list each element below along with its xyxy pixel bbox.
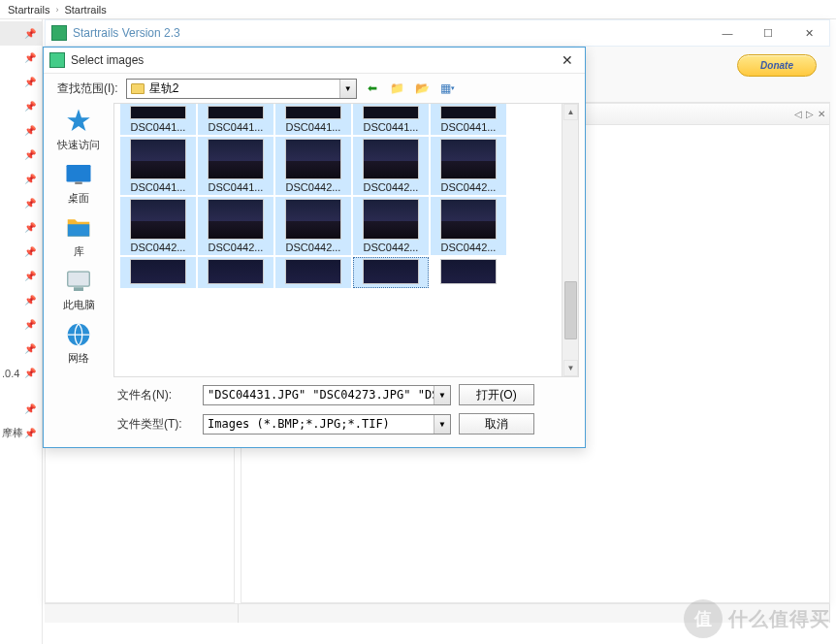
place-label: 桌面 [68,191,89,206]
chevron-down-icon[interactable]: ▼ [434,386,450,404]
panel-prev-icon[interactable]: ◁ [794,109,802,119]
pin-row[interactable]: 📌 [0,240,42,264]
close-button[interactable]: ✕ [788,20,829,47]
chevron-right-icon: › [55,5,58,15]
place-libraries[interactable]: 库 [62,213,95,259]
pin-row[interactable]: 📌 [0,215,42,240]
filetype-select[interactable]: Images (*.BMP;*.JPG;*.TIF) ▼ [203,414,451,435]
file-name: DSC0442... [131,242,186,253]
up-folder-icon[interactable]: 📁 [388,80,407,97]
file-thumb[interactable]: DSC0441... [431,104,506,135]
file-name: DSC0441... [209,181,264,193]
file-thumb[interactable]: DSC0441... [120,137,196,195]
place-label: 此电脑 [63,298,95,312]
pin-row[interactable]: 📌 [0,191,42,215]
pin-icon: 📌 [24,101,36,112]
svg-rect-1 [75,182,82,185]
file-thumb[interactable]: DSC0442... [275,197,351,255]
chevron-down-icon[interactable]: ▼ [434,415,450,434]
pin-row[interactable]: .0.4📌 [0,361,42,385]
panel-next-icon[interactable]: ▷ [806,109,814,119]
file-name: DSC0441... [131,121,186,133]
place-label: 库 [74,244,84,259]
scrollbar-thumb[interactable] [564,281,577,339]
file-thumb-focused[interactable] [353,257,429,288]
pin-row[interactable]: 📌 [0,167,42,191]
pin-icon: 📌 [24,28,36,39]
file-thumb[interactable]: DSC0442... [431,197,506,255]
file-thumb[interactable]: DSC0442... [275,137,351,195]
file-name: DSC0441... [131,181,186,193]
file-thumb[interactable]: DSC0441... [275,104,351,135]
image-thumb-icon [440,199,497,240]
file-thumb[interactable]: DSC0442... [120,197,196,255]
chevron-down-icon[interactable]: ▼ [339,80,356,98]
place-network[interactable]: 网络 [62,320,95,366]
dialog-app-icon [49,52,65,68]
pin-icon: 📌 [24,77,36,87]
scroll-up-icon[interactable]: ▲ [563,104,578,120]
pin-icon: 📌 [24,319,36,330]
file-thumb[interactable] [120,257,196,288]
svg-rect-3 [74,287,83,291]
left-pin-strip: 📌 📌 📌 📌 📌 📌 📌 📌 📌 📌 📌 📌 📌 📌 .0.4📌 📌 摩棒📌 [0,19,43,644]
panel-close-icon[interactable]: ✕ [818,109,825,119]
filename-label: 文件名(N): [117,387,195,403]
breadcrumb-item[interactable]: Startrails [8,4,49,16]
image-thumb-icon [285,139,341,179]
file-thumb[interactable] [431,257,506,288]
image-thumb-icon [130,106,186,119]
file-name: DSC0442... [441,242,497,253]
lookin-folder-select[interactable]: 星轨2 ▼ [126,79,357,99]
pin-row[interactable]: 📌 [0,46,42,70]
place-thispc[interactable]: 此电脑 [62,267,95,312]
pin-row[interactable]: 📌 [0,337,42,361]
file-name: DSC0442... [286,242,341,253]
filename-input[interactable]: "DSC04431.JPG" "DSC04273.JPG" "DSC042 ▼ [203,385,451,405]
place-quick-access[interactable]: 快速访问 [57,107,100,152]
app-titlebar[interactable]: Startrails Version 2.3 — ☐ ✕ [45,19,830,47]
file-thumb[interactable]: DSC0441... [120,104,196,135]
maximize-button[interactable]: ☐ [748,20,788,47]
pin-row[interactable]: 📌 [0,118,42,143]
place-desktop[interactable]: 桌面 [62,160,95,206]
new-folder-icon[interactable]: 📂 [413,80,433,97]
image-thumb-icon [363,139,419,179]
pin-icon: 📌 [24,52,36,63]
file-thumb[interactable]: DSC0442... [431,137,506,195]
pin-row[interactable]: 📌 [0,264,42,288]
file-thumb[interactable] [198,257,273,288]
pin-row[interactable]: 📌 [0,143,42,167]
file-name: DSC0442... [286,181,341,193]
file-thumb[interactable]: DSC0442... [198,197,273,255]
pin-row[interactable]: 📌 [0,94,42,118]
file-thumb[interactable]: DSC0441... [198,137,273,195]
donate-button[interactable]: Donate [737,54,817,77]
scroll-down-icon[interactable]: ▼ [563,360,578,376]
pin-icon: 📌 [24,149,36,160]
file-thumb[interactable] [275,257,351,288]
back-icon[interactable]: ⬅ [363,80,382,97]
pin-row[interactable]: 📌 [0,312,42,337]
file-list[interactable]: DSC0441... DSC0441... DSC0441... DSC0441… [113,103,579,377]
cancel-button[interactable]: 取消 [459,413,534,435]
pin-row[interactable]: 摩棒📌 [0,421,42,445]
image-thumb-icon [208,259,264,284]
pin-row[interactable]: 📌 [0,70,42,94]
dialog-close-button[interactable]: ✕ [550,52,585,68]
file-thumb[interactable]: DSC0442... [353,137,429,195]
pin-row[interactable]: 📌 [0,21,42,46]
dialog-titlebar[interactable]: Select images ✕ [44,48,585,74]
view-menu-icon[interactable]: ▦▾ [438,80,458,97]
file-thumb[interactable]: DSC0442... [353,197,429,255]
file-thumb[interactable]: DSC0441... [353,104,429,135]
scrollbar[interactable]: ▲ ▼ [562,104,578,376]
file-thumb[interactable]: DSC0441... [198,104,273,135]
open-button[interactable]: 打开(O) [459,384,534,405]
breadcrumb-item[interactable]: Startrails [64,4,106,16]
pin-row[interactable]: 📌 [0,288,42,312]
image-thumb-icon [363,199,419,240]
image-thumb-icon [440,139,497,179]
minimize-button[interactable]: — [707,20,748,47]
pin-row[interactable]: 📌 [0,397,42,421]
